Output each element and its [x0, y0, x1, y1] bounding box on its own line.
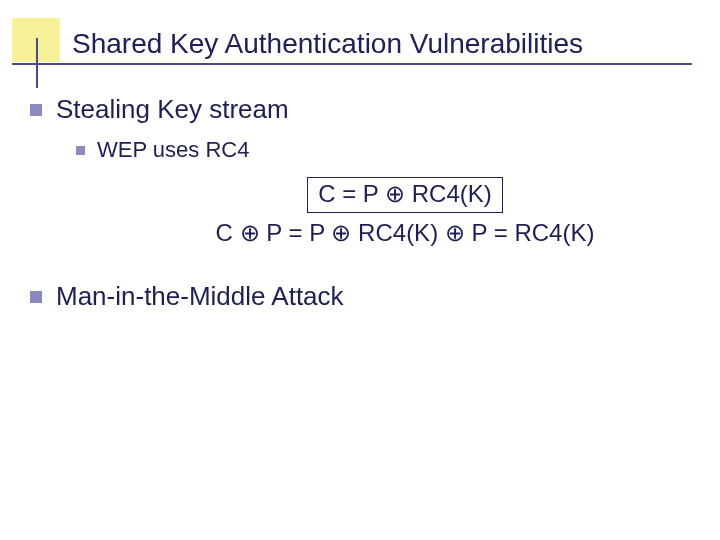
square-bullet-icon [76, 146, 85, 155]
bullet-stealing-key-stream: Stealing Key stream [30, 94, 690, 125]
slide-title: Shared Key Authentication Vulnerabilitie… [72, 28, 583, 60]
bullet-text: WEP uses RC4 [97, 137, 249, 163]
formula-line-1: C = P ⊕ RC4(K) [195, 177, 615, 213]
formula-block: C = P ⊕ RC4(K) C ⊕ P = P ⊕ RC4(K) ⊕ P = … [120, 177, 690, 247]
formula-line-2: C ⊕ P = P ⊕ RC4(K) ⊕ P = RC4(K) [155, 219, 655, 247]
title-vertical-rule [36, 38, 38, 88]
bullet-text: Stealing Key stream [56, 94, 289, 125]
square-bullet-icon [30, 291, 42, 303]
bullet-wep-uses-rc4: WEP uses RC4 [76, 137, 690, 163]
square-bullet-icon [30, 104, 42, 116]
title-horizontal-rule [12, 63, 692, 65]
boxed-formula: C = P ⊕ RC4(K) [307, 177, 503, 213]
bullet-text: Man-in-the-Middle Attack [56, 281, 344, 312]
slide-body: Stealing Key stream WEP uses RC4 C = P ⊕… [30, 94, 690, 324]
bullet-mitm-attack: Man-in-the-Middle Attack [30, 281, 690, 312]
slide: Shared Key Authentication Vulnerabilitie… [0, 0, 720, 540]
